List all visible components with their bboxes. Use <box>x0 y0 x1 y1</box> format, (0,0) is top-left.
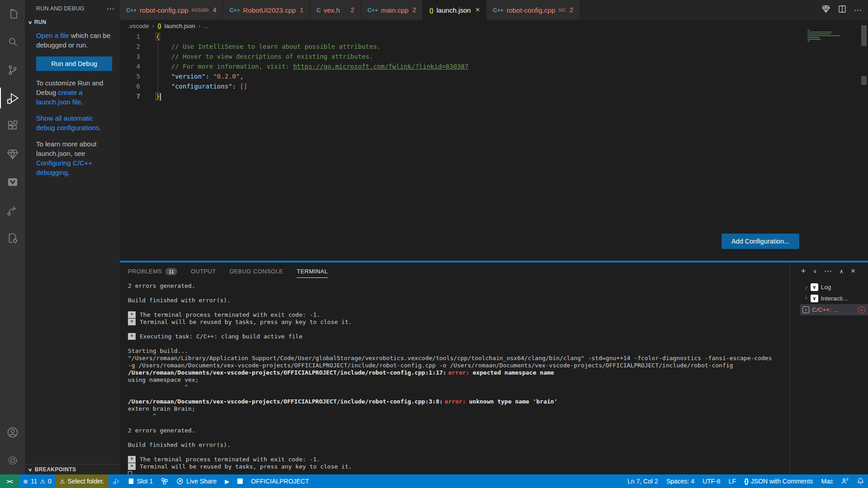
error-icon: ⊗ <box>23 478 28 485</box>
task-marker-icon: * <box>128 333 136 340</box>
code-line: 5 "version": "0.2.0", <box>120 71 841 81</box>
braces-icon: {} <box>744 478 748 485</box>
json-file-icon: {} <box>429 7 433 14</box>
explorer-icon[interactable] <box>0 0 25 28</box>
search-icon[interactable] <box>0 28 25 56</box>
os-indicator[interactable]: Mac <box>817 474 837 488</box>
vex-terminal-icon: ∨ <box>811 283 818 291</box>
language-mode[interactable]: {} JSON with Comments <box>740 474 817 488</box>
tree-guide: └ <box>804 295 808 302</box>
tab-error-count: 2 <box>351 6 354 14</box>
terminal-output[interactable]: 2 errors generated. Build finished with … <box>128 282 788 474</box>
terminal-line <box>128 304 788 311</box>
terminal-caret-line: ^ <box>128 384 788 391</box>
account-icon[interactable] <box>0 418 25 446</box>
tab-error-count: 2 <box>413 6 416 14</box>
tab-problems[interactable]: PROBLEMS11 <box>128 268 177 278</box>
encoding-setting[interactable]: UTF-8 <box>698 474 725 488</box>
add-configuration-button[interactable]: Add Configuration... <box>722 234 799 249</box>
tab-launch-json[interactable]: {} launch.json × <box>423 0 486 20</box>
tree-guide: ┌ <box>804 284 808 291</box>
tab-debug-console[interactable]: DEBUG CONSOLE <box>230 268 283 278</box>
tab-error-count: 2 <box>570 6 573 14</box>
problems-status[interactable]: ⊗ 11 ⚠ 0 <box>19 474 56 488</box>
editor-more-actions-icon[interactable]: ⋯ <box>854 5 862 15</box>
tab-error-count: 1 <box>300 6 303 14</box>
code-editor[interactable]: 1{ 2 // Use IntelliSense to learn about … <box>120 32 841 101</box>
tab-output[interactable]: OUTPUT <box>191 268 216 278</box>
new-terminal-icon[interactable]: + <box>801 266 806 276</box>
select-folder-warning[interactable]: ⚠ Select folder. <box>56 474 108 488</box>
sidebar-title: RUN AND DEBUG <box>36 5 85 12</box>
slot-selector[interactable]: Slot 1 <box>124 474 157 488</box>
vex-v5-icon[interactable] <box>0 168 25 196</box>
blocks-icon[interactable] <box>157 474 172 488</box>
tab-robot-config-cpp-src[interactable]: C++ robot-config.cpp src 2 <box>486 0 580 20</box>
json-file-icon: {} <box>157 23 161 29</box>
minimap[interactable] <box>807 30 844 42</box>
breadcrumb-symbol[interactable]: ... <box>204 23 209 29</box>
open-a-file-link[interactable]: Open a file <box>36 32 69 39</box>
comment-url-link[interactable]: https://go.microsoft.com/fwlink/?linkid=… <box>293 63 468 70</box>
terminal-instance-list: ┌ ∨ Log └ ∨ Interacti... › C/C++: ... × <box>800 282 868 315</box>
panel-more-actions-icon[interactable]: ⋯ <box>824 266 832 276</box>
terminal-item-log[interactable]: ┌ ∨ Log <box>800 282 868 293</box>
live-share-icon[interactable] <box>0 196 25 224</box>
breadcrumb-folder[interactable]: .vscode <box>128 23 149 29</box>
task-marker-icon: * <box>128 463 136 470</box>
vex-robotics-icon[interactable] <box>0 140 25 168</box>
close-panel-icon[interactable]: × <box>851 267 855 276</box>
breadcrumb-file[interactable]: launch.json <box>165 23 195 29</box>
run-section-header[interactable]: ∨ RUN <box>25 17 120 27</box>
page-icon <box>128 478 134 485</box>
extensions-icon[interactable] <box>0 112 25 140</box>
remote-indicator[interactable]: >< <box>0 474 19 488</box>
live-share-status[interactable]: Live Share <box>172 474 221 488</box>
terminal-item-cpp-task[interactable]: › C/C++: ... × <box>800 304 868 315</box>
tab-terminal[interactable]: TERMINAL <box>297 268 328 278</box>
vex-deploy-icon[interactable] <box>821 5 830 15</box>
settings-gear-icon[interactable] <box>0 446 25 474</box>
status-bar: >< ⊗ 11 ⚠ 0 ⚠ Select folder. Slot 1 Live… <box>0 474 868 488</box>
eol-setting[interactable]: LF <box>725 474 740 488</box>
run-and-debug-icon[interactable] <box>0 84 25 112</box>
editor-scrollbar[interactable] <box>861 25 867 46</box>
breakpoints-section-header[interactable]: ∨ BREAKPOINTS <box>25 464 120 474</box>
source-control-icon[interactable] <box>0 56 25 84</box>
terminal-line: 2 errors generated. <box>128 427 788 434</box>
task-marker-icon: * <box>128 311 136 318</box>
split-editor-icon[interactable] <box>838 5 846 15</box>
tab-vex-h[interactable]: C vex.h 2 <box>310 0 361 20</box>
cursor-position[interactable]: Ln 7, Col 2 <box>623 474 662 488</box>
configuring-cpp-debugging-link[interactable]: Configuring C/C++ debugging <box>36 159 92 176</box>
tab-robotui2023-cpp[interactable]: C++ RobotUI2023.cpp 1 <box>223 0 310 20</box>
cpp-file-icon: C++ <box>493 7 503 14</box>
tab-main-cpp[interactable]: C++ main.cpp 2 <box>361 0 423 20</box>
warning-icon: ⚠ <box>40 478 45 485</box>
cpp-tools-icon[interactable] <box>0 224 25 252</box>
chevron-down-icon: ∨ <box>28 467 33 472</box>
run-task-icon[interactable]: ▶ <box>221 474 233 488</box>
indentation-setting[interactable]: Spaces: 4 <box>662 474 698 488</box>
stop-task-icon[interactable] <box>233 474 247 488</box>
terminal-dropdown-icon[interactable]: ∨ <box>813 268 816 274</box>
task-marker-icon: * <box>128 456 136 463</box>
terminal-line: using namespace vex; <box>128 376 788 384</box>
maximize-panel-icon[interactable]: ∧ <box>840 268 844 275</box>
tab-robot-config-cpp-include[interactable]: C++ robot-config.cpp include 4 <box>120 0 223 20</box>
terminal-line <box>128 434 788 441</box>
breadcrumb[interactable]: .vscode › {} launch.json › ... <box>120 20 868 32</box>
debug-status-icon[interactable] <box>108 474 124 488</box>
close-tab-icon[interactable]: × <box>475 5 480 14</box>
indent-guide <box>158 42 158 91</box>
run-and-debug-button[interactable]: Run and Debug <box>36 56 112 71</box>
show-all-configs-link[interactable]: Show all automatic debug configurations <box>36 114 99 131</box>
sidebar-more-actions-icon[interactable]: ⋯ <box>107 4 114 14</box>
code-line: 4 // For more information, visit: https:… <box>120 61 841 71</box>
panel-tabs: PROBLEMS11 OUTPUT DEBUG CONSOLE TERMINAL <box>128 266 328 280</box>
terminal-item-interactive[interactable]: └ ∨ Interacti... <box>800 293 868 304</box>
notifications-bell-icon[interactable] <box>853 474 868 488</box>
activity-bar-spacer <box>0 252 25 418</box>
feedback-icon[interactable] <box>837 474 853 488</box>
project-name[interactable]: OFFICIALPROJECT <box>247 474 313 488</box>
